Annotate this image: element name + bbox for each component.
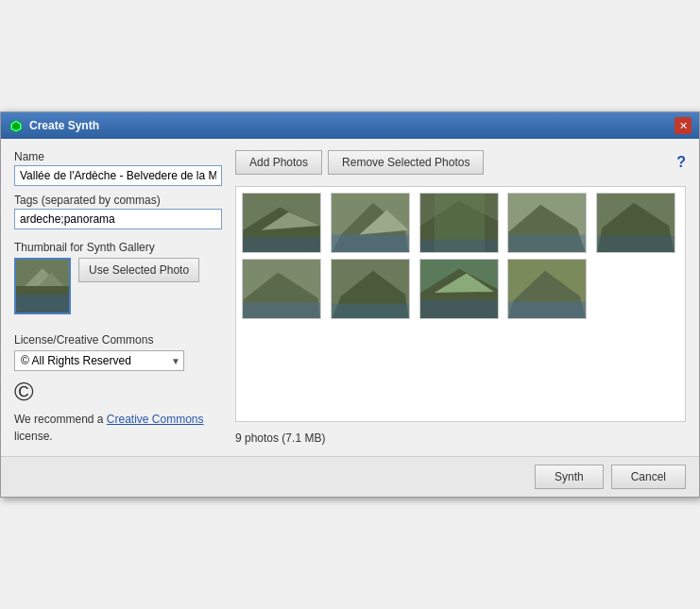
photo-thumb-7[interactable] — [331, 259, 410, 319]
svg-rect-10 — [243, 238, 319, 253]
name-label: Name — [14, 150, 222, 163]
close-button[interactable]: ✕ — [674, 117, 691, 134]
remove-selected-photos-button[interactable]: Remove Selected Photos — [328, 150, 484, 175]
footer: Synth Cancel — [1, 456, 699, 497]
svg-rect-6 — [16, 295, 69, 313]
help-button[interactable]: ? — [676, 150, 686, 175]
window-title: Create Synth — [29, 119, 99, 132]
thumbnail-label: Thumbnail for Synth Gallery — [14, 241, 222, 254]
license-select[interactable]: © All Rights Reserved — [14, 350, 184, 371]
photo-thumb-1[interactable] — [242, 193, 321, 253]
right-panel: Add Photos Remove Selected Photos ? — [235, 150, 686, 445]
svg-rect-27 — [243, 303, 319, 318]
photo-thumb-3[interactable] — [419, 193, 499, 253]
synth-button[interactable]: Synth — [535, 465, 604, 489]
left-panel: Name Tags (separated by commas) Thumbnai… — [14, 150, 222, 445]
thumbnail-section: Thumbnail for Synth Gallery Use Selected… — [14, 241, 222, 314]
photo-thumb-2[interactable] — [331, 193, 410, 253]
name-field-group: Name — [14, 150, 222, 186]
copyright-icon: © — [14, 377, 222, 407]
svg-rect-13 — [332, 235, 408, 252]
tags-input[interactable] — [14, 209, 222, 229]
tags-label: Tags (separated by commas) — [14, 194, 222, 207]
photo-thumb-6[interactable] — [242, 259, 321, 319]
recommend-text-before: We recommend a — [14, 413, 107, 426]
thumbnail-image — [16, 260, 69, 313]
svg-rect-24 — [598, 236, 674, 252]
create-synth-window: Create Synth ✕ Name Tags (separated by c… — [0, 111, 700, 498]
cancel-button[interactable]: Cancel — [611, 465, 686, 489]
license-label: License/Creative Commons — [14, 333, 222, 347]
svg-rect-33 — [420, 300, 497, 318]
photo-thumb-8[interactable] — [419, 259, 499, 319]
tags-field-group: Tags (separated by commas) — [14, 194, 222, 229]
photo-thumb-9[interactable] — [507, 259, 587, 319]
photo-grid — [242, 193, 679, 319]
license-select-wrapper: © All Rights Reserved ▼ — [14, 350, 184, 371]
photo-thumb-5[interactable] — [596, 193, 675, 253]
name-input[interactable] — [14, 165, 222, 186]
recommend-text-after: license. — [14, 430, 53, 443]
thumbnail-row: Use Selected Photo — [14, 258, 222, 314]
main-content: Name Tags (separated by commas) Thumbnai… — [1, 139, 699, 456]
add-photos-button[interactable]: Add Photos — [235, 150, 322, 175]
svg-rect-37 — [509, 302, 586, 318]
app-icon — [9, 118, 24, 133]
svg-rect-21 — [509, 235, 586, 252]
use-selected-photo-button[interactable]: Use Selected Photo — [78, 258, 199, 282]
license-section: License/Creative Commons © All Rights Re… — [14, 333, 222, 445]
title-bar: Create Synth ✕ — [1, 112, 699, 139]
photo-thumb-4[interactable] — [507, 193, 587, 253]
svg-rect-30 — [332, 304, 408, 319]
top-buttons: Add Photos Remove Selected Photos ? — [235, 150, 686, 175]
creative-commons-link[interactable]: Creative Commons — [107, 413, 204, 426]
svg-rect-18 — [420, 239, 497, 252]
photo-count: 9 photos (7.1 MB) — [235, 431, 686, 445]
recommend-text: We recommend a Creative Commons license. — [14, 411, 222, 445]
photo-grid-container — [235, 186, 686, 422]
title-bar-left: Create Synth — [9, 118, 99, 133]
thumbnail-preview — [14, 258, 71, 314]
